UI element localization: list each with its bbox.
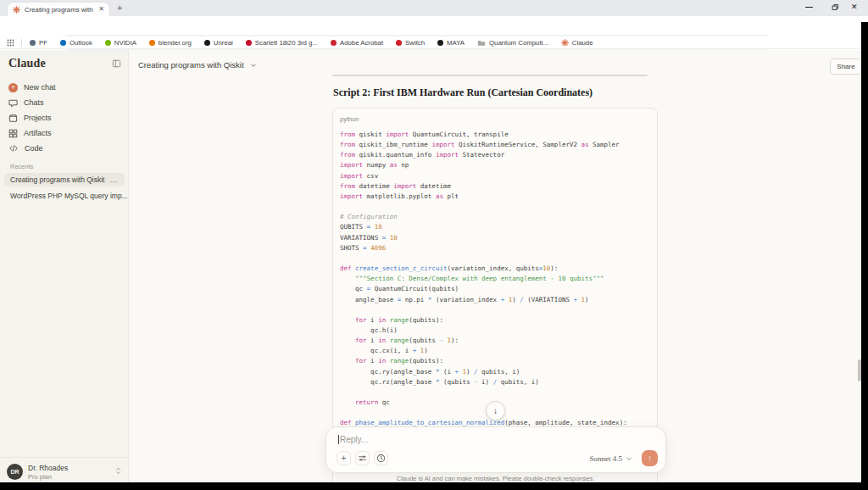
bookmark-favicon-icon — [149, 40, 155, 46]
bookmark-favicon-icon — [331, 40, 337, 46]
window-minimize-button[interactable] — [805, 7, 813, 8]
main-area: Creating programs with Qiskit Share Scri… — [129, 50, 862, 490]
sidebar-item-chats[interactable]: Chats — [0, 95, 129, 110]
code-line: qc.ry(angle_base * (i + 1) / qubits, i) — [340, 368, 520, 376]
bookmark-label: Claude — [572, 39, 593, 47]
code-line: VARIATIONS = 10 — [340, 234, 398, 242]
code-line: from qiskit import QuantumCircuit, trans… — [340, 131, 509, 138]
code-content: from qiskit import QuantumCircuit, trans… — [340, 130, 657, 429]
sidebar-item-recent[interactable]: WordPress PHP MySQL query imp... — [10, 192, 128, 200]
sidebar-item-new-chat[interactable]: +New chat — [0, 80, 129, 95]
bookmark-label: MAYA — [447, 39, 465, 47]
code-line: return qc — [340, 398, 390, 406]
history-button[interactable] — [374, 451, 388, 465]
code-line: qc.h(i) — [340, 326, 398, 334]
scrollbar-thumb[interactable] — [858, 359, 861, 381]
screen-edge-bottom — [0, 482, 868, 490]
code-line: """Section C: Dense/Complex with deep en… — [340, 275, 604, 282]
sidebar-item-projects[interactable]: Projects — [0, 110, 129, 125]
bookmark-item[interactable]: Unreal — [204, 39, 233, 47]
bookmark-favicon-icon — [60, 40, 66, 46]
bookmark-label: NVIDIA — [114, 39, 136, 47]
bookmark-label: PF — [39, 39, 47, 47]
code-language-label: python — [340, 115, 657, 123]
sidebar-item-code[interactable]: Code — [0, 141, 129, 156]
code-line: qc = QuantumCircuit(qubits) — [340, 285, 459, 292]
bookmark-item[interactable]: MAYA — [437, 39, 465, 47]
text-cursor — [338, 435, 339, 444]
tab-close-icon[interactable]: ✕ — [98, 6, 104, 13]
claude-favicon-icon — [13, 6, 20, 14]
chevron-down-icon — [626, 455, 632, 462]
bookmark-item[interactable]: Outlook — [60, 39, 92, 47]
bookmark-item[interactable]: Scarlett 18i20 3rd g... — [246, 39, 318, 47]
code-line: # Configuration — [340, 213, 398, 220]
bookmark-label: Switch — [405, 39, 425, 47]
apps-grid-icon[interactable] — [7, 39, 14, 47]
recents-label: Recents — [10, 163, 34, 170]
sidebar-item-label: Chats — [24, 98, 44, 107]
ai-disclaimer: Claude is AI and can make mistakes. Plea… — [129, 475, 862, 482]
bookmark-item[interactable]: Quantum Computi... — [477, 39, 548, 47]
sidebar: Claude +New chatChatsProjectsArtifactsCo… — [0, 50, 129, 490]
code-line: from qiskit.quantum_info import Statevec… — [340, 151, 504, 159]
chevron-down-icon — [250, 62, 257, 69]
tools-sliders-button[interactable] — [355, 451, 370, 465]
code-line: def create_section_c_circuit(variation_i… — [340, 264, 558, 272]
sidebar-item-artifacts[interactable]: Artifacts — [0, 125, 129, 141]
claude-wordmark[interactable]: Claude — [8, 57, 46, 70]
message-heading: Script 2: First IBM Hardware Run (Cartes… — [333, 86, 672, 99]
bookmark-item[interactable]: NVIDIA — [105, 39, 136, 47]
code-line: import numpy as np — [340, 161, 409, 169]
new-tab-button[interactable]: + — [117, 3, 122, 13]
sidebar-item-label: Projects — [24, 114, 52, 122]
bookmark-favicon-icon — [105, 40, 111, 46]
chat-icon — [8, 98, 18, 108]
code-line: import csv — [340, 172, 378, 180]
sidebar-collapse-icon[interactable] — [112, 59, 121, 68]
box-icon — [8, 114, 18, 123]
send-button[interactable]: ↑ — [642, 450, 658, 466]
code-line: for i in range(qubits): — [340, 316, 443, 324]
bookmark-label: Adobe Acrobat — [340, 39, 383, 47]
sidebar-item-label: Code — [25, 144, 43, 153]
browser-tab[interactable]: Creating programs with Qiskit - ✕ — [7, 2, 110, 16]
grid-icon — [8, 129, 18, 138]
user-name: Dr. Rhoades — [28, 464, 68, 472]
bookmark-favicon-icon — [396, 40, 402, 46]
code-line: for i in range(qubits - 1): — [340, 337, 459, 344]
bookmark-item[interactable]: PF — [30, 39, 47, 47]
window-restore-button[interactable] — [832, 3, 839, 11]
code-line: qc.rz(angle_base * (qubits - i) / qubits… — [340, 378, 539, 386]
bookmark-item[interactable]: Adobe Acrobat — [331, 39, 383, 47]
message-divider — [332, 75, 648, 76]
recent-more-icon[interactable]: … — [110, 175, 119, 184]
code-icon — [8, 144, 19, 153]
code-line: import matplotlib.pyplot as plt — [340, 192, 459, 200]
sidebar-item-label: Artifacts — [24, 129, 52, 137]
sidebar-nav: +New chatChatsProjectsArtifactsCode — [0, 80, 129, 156]
bookmark-item[interactable]: Switch — [396, 39, 425, 47]
code-line: qc.cx(i, i + 1) — [340, 347, 428, 354]
bookmark-favicon-icon — [204, 40, 210, 46]
model-selector[interactable]: Sonnet 4.5 — [589, 454, 632, 463]
window-close-button[interactable]: ✕ — [851, 3, 858, 11]
bookmark-favicon-icon — [246, 40, 252, 46]
bookmark-label: Scarlett 18i20 3rd g... — [255, 39, 318, 47]
screen-edge-right — [861, 22, 868, 490]
user-plan: Pro plan — [28, 473, 52, 481]
sidebar-item-recent-active[interactable]: Creating programs with Qiskit … — [4, 173, 125, 187]
bookmark-item[interactable]: blender.org — [149, 39, 192, 47]
reply-composer[interactable]: Reply... + Sonnet 4.5 ↑ — [326, 426, 666, 473]
code-line: from datetime import datetime — [340, 182, 451, 190]
attach-button[interactable]: + — [337, 451, 351, 465]
scroll-to-bottom-button[interactable]: ↓ — [486, 401, 505, 420]
tab-strip: Creating programs with Qiskit - ✕ + ✕ — [0, 0, 868, 16]
reply-input[interactable]: Reply... — [340, 435, 368, 444]
bookmark-item[interactable]: Claude — [561, 39, 593, 47]
code-line: angle_base = np.pi * (variation_index + … — [340, 296, 589, 303]
claude-app: Claude +New chatChatsProjectsArtifactsCo… — [0, 50, 868, 490]
chat-title-menu[interactable]: Creating programs with Qiskit — [138, 60, 257, 70]
share-button[interactable]: Share — [830, 58, 862, 75]
code-line: from qiskit_ibm_runtime import QiskitRun… — [340, 141, 620, 148]
